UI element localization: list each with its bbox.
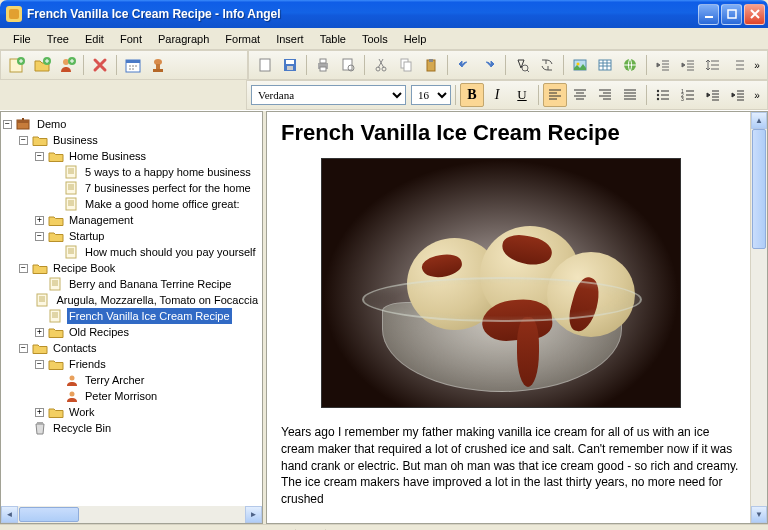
copy-button[interactable]: [394, 53, 418, 77]
menu-tools[interactable]: Tools: [355, 31, 395, 47]
new-doc-button[interactable]: [253, 53, 277, 77]
undo-button[interactable]: [452, 53, 476, 77]
tree-home-business[interactable]: Home Business: [67, 148, 148, 164]
italic-button[interactable]: I: [485, 83, 509, 107]
scroll-up-icon[interactable]: ▲: [751, 112, 767, 129]
new-folder-button[interactable]: [30, 53, 54, 77]
find-button[interactable]: [510, 53, 534, 77]
paragraph-button[interactable]: [726, 53, 750, 77]
paste-button[interactable]: [419, 53, 443, 77]
tree-contacts[interactable]: Contacts: [51, 340, 98, 356]
expand-icon[interactable]: +: [35, 328, 44, 337]
document-title[interactable]: French Vanilla Ice Cream Recipe: [281, 120, 739, 146]
delete-button[interactable]: [88, 53, 112, 77]
outdent-button[interactable]: [651, 53, 675, 77]
redo-button[interactable]: [477, 53, 501, 77]
menu-edit[interactable]: Edit: [78, 31, 111, 47]
expand-icon[interactable]: −: [35, 152, 44, 161]
increase-indent-button[interactable]: [726, 83, 750, 107]
menu-font[interactable]: Font: [113, 31, 149, 47]
stamp-button[interactable]: [146, 53, 170, 77]
tree-friends[interactable]: Friends: [67, 356, 108, 372]
line-spacing-button[interactable]: [701, 53, 725, 77]
menu-file[interactable]: File: [6, 31, 38, 47]
expand-icon[interactable]: −: [19, 264, 28, 273]
maximize-button[interactable]: [721, 4, 742, 25]
menu-paragraph[interactable]: Paragraph: [151, 31, 216, 47]
tree-recipe-book[interactable]: Recipe Book: [51, 260, 117, 276]
print-button[interactable]: [311, 53, 335, 77]
document-image[interactable]: [321, 158, 681, 408]
save-button[interactable]: [278, 53, 302, 77]
decrease-indent-button[interactable]: [701, 83, 725, 107]
font-select[interactable]: Verdana: [251, 85, 406, 105]
insert-link-button[interactable]: [618, 53, 642, 77]
tree-hb3[interactable]: Make a good home office great:: [83, 196, 242, 212]
insert-table-button[interactable]: [593, 53, 617, 77]
document-body[interactable]: Years ago I remember my father making va…: [281, 424, 739, 508]
expand-icon[interactable]: −: [19, 344, 28, 353]
tree-su1[interactable]: How much should you pay yourself: [83, 244, 258, 260]
tree-hb1[interactable]: 5 ways to a happy home business: [83, 164, 253, 180]
tree-old-recipes[interactable]: Old Recipes: [67, 324, 131, 340]
align-center-button[interactable]: [568, 83, 592, 107]
svg-rect-1: [728, 10, 736, 18]
tree-hb2[interactable]: 7 businesses perfect for the home: [83, 180, 253, 196]
toolbar-overflow[interactable]: »: [751, 60, 763, 71]
window-title: French Vanilla Ice Cream Recipe - Info A…: [27, 7, 698, 21]
indent-button[interactable]: [676, 53, 700, 77]
tree-business[interactable]: Business: [51, 132, 100, 148]
tree-rb2[interactable]: Arugula, Mozzarella, Tomato on Focaccia: [54, 292, 260, 308]
expand-icon[interactable]: +: [35, 216, 44, 225]
editor-vscroll[interactable]: ▲ ▼: [750, 112, 767, 523]
align-right-button[interactable]: [593, 83, 617, 107]
tree-rb3-selected[interactable]: French Vanilla Ice Cream Recipe: [67, 308, 232, 324]
scroll-right-icon[interactable]: ►: [245, 506, 262, 523]
expand-icon[interactable]: −: [35, 360, 44, 369]
menu-insert[interactable]: Insert: [269, 31, 311, 47]
tree-fr1[interactable]: Terry Archer: [83, 372, 146, 388]
scroll-left-icon[interactable]: ◄: [1, 506, 18, 523]
tree-root[interactable]: Demo: [35, 116, 68, 132]
align-justify-button[interactable]: [618, 83, 642, 107]
tree-fr2[interactable]: Peter Morrison: [83, 388, 159, 404]
svg-rect-46: [37, 294, 47, 306]
align-left-button[interactable]: [543, 83, 567, 107]
tree-rb1[interactable]: Berry and Banana Terrine Recipe: [67, 276, 233, 292]
tree-pane[interactable]: −Demo −Business −Home Business 5 ways to…: [0, 111, 263, 524]
menu-tree[interactable]: Tree: [40, 31, 76, 47]
svg-rect-26: [429, 59, 433, 62]
expand-icon[interactable]: −: [19, 136, 28, 145]
expand-icon[interactable]: −: [3, 120, 12, 129]
underline-button[interactable]: U: [510, 83, 534, 107]
tree-startup[interactable]: Startup: [67, 228, 106, 244]
cut-button[interactable]: [369, 53, 393, 77]
format-overflow[interactable]: »: [751, 90, 763, 101]
tree-hscroll[interactable]: ◄ ►: [1, 506, 262, 523]
tree-recycle[interactable]: Recycle Bin: [51, 420, 113, 436]
new-contact-button[interactable]: [55, 53, 79, 77]
tree-management[interactable]: Management: [67, 212, 135, 228]
expand-icon[interactable]: −: [35, 232, 44, 241]
menu-help[interactable]: Help: [397, 31, 434, 47]
scroll-down-icon[interactable]: ▼: [751, 506, 767, 523]
editor-pane[interactable]: French Vanilla Ice Cream Recipe Years ag…: [266, 111, 768, 524]
menu-format[interactable]: Format: [218, 31, 267, 47]
print-preview-button[interactable]: [336, 53, 360, 77]
replace-button[interactable]: [535, 53, 559, 77]
close-button[interactable]: [744, 4, 765, 25]
svg-point-32: [657, 90, 659, 92]
expand-icon[interactable]: +: [35, 408, 44, 417]
menu-table[interactable]: Table: [313, 31, 353, 47]
contact-icon: [64, 373, 80, 387]
tree-work[interactable]: Work: [67, 404, 96, 420]
insert-image-button[interactable]: [568, 53, 592, 77]
calendar-button[interactable]: [121, 53, 145, 77]
number-list-button[interactable]: 123: [676, 83, 700, 107]
bold-button[interactable]: B: [460, 83, 484, 107]
note-icon: [35, 293, 51, 307]
font-size-select[interactable]: 16: [411, 85, 451, 105]
minimize-button[interactable]: [698, 4, 719, 25]
bullet-list-button[interactable]: [651, 83, 675, 107]
new-note-button[interactable]: [5, 53, 29, 77]
